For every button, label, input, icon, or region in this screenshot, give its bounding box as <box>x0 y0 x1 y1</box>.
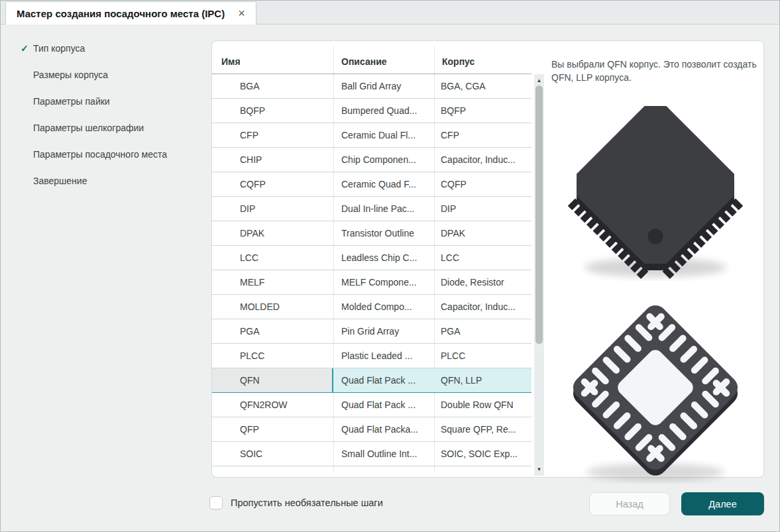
cell-package: QFN, LLP <box>434 368 531 392</box>
table-row[interactable]: PLCCPlastic Leaded ...PLCC <box>212 344 531 368</box>
table-row[interactable]: SOICSmall Outline Int...SOIC, SOIC Exp..… <box>212 442 531 466</box>
cell-name: MELF <box>212 270 333 294</box>
wizard-steps: ✓Тип корпусаРазмеры корпусаПараметры пай… <box>21 35 167 194</box>
cell-name: BQFP <box>212 99 333 123</box>
cell-description: Ceramic Dual Fl... <box>333 123 434 147</box>
cell-package: PLCC <box>434 344 531 368</box>
cell-name: BGA <box>212 74 333 98</box>
wizard-step-1[interactable]: ✓Тип корпуса <box>21 35 167 62</box>
cell-package: Double Row QFN <box>434 393 531 417</box>
cell-package: Diode, Resistor <box>434 270 531 294</box>
tab-bar: Мастер создания посадочного места (IPC) … <box>1 1 779 25</box>
cell-package: Capacitor, Induc... <box>434 148 531 172</box>
table-row[interactable]: MELFMELF Compone...Diode, Resistor <box>212 270 531 295</box>
cell-description: Quad Flat Packa... <box>333 417 434 441</box>
cell-description: MELF Compone... <box>333 270 434 294</box>
scrollbar-thumb[interactable] <box>535 85 543 344</box>
cell-package: DPAK <box>434 221 531 245</box>
cell-name: SOIC <box>212 442 333 466</box>
column-header-description[interactable]: Описание <box>333 56 434 67</box>
column-header-name[interactable]: Имя <box>212 56 333 67</box>
table-row[interactable]: QFPQuad Flat Packa...Square QFP, Re... <box>212 417 531 442</box>
column-header-package[interactable]: Корпус <box>434 56 531 67</box>
cell-name: CQFP <box>212 172 333 196</box>
cell-description: Bumpered Quad... <box>333 99 434 123</box>
wizard-step-4[interactable]: Параметры шелкографии <box>21 115 167 141</box>
cell-name: DIP <box>212 197 333 221</box>
qfn-top-view-image <box>559 89 752 281</box>
cell-name: QFP <box>212 417 333 441</box>
table-scrollbar[interactable]: ▲ ▼ <box>534 74 544 476</box>
cell-package: Capacitor, Induc... <box>434 295 531 319</box>
selection-preview: Вы выбрали QFN корпус. Это позволит созд… <box>551 41 759 477</box>
wizard-step-6[interactable]: Завершение <box>21 168 167 194</box>
table-row[interactable]: BGABall Grid ArrayBGA, CGA <box>212 74 531 99</box>
cell-package: CFP <box>434 123 531 147</box>
table-rows: BGABall Grid ArrayBGA, CGABQFPBumpered Q… <box>212 74 531 466</box>
cell-description: Ball Grid Array <box>333 74 434 98</box>
wizard-step-label: Тип корпуса <box>33 43 85 54</box>
check-icon: ✓ <box>21 43 33 54</box>
tab-title: Мастер создания посадочного места (IPC) <box>17 8 225 19</box>
package-type-table: Имя Описание Корпус BGABall Grid ArrayBG… <box>212 41 531 477</box>
table-row[interactable]: CHIPChip Componen...Capacitor, Induc... <box>212 148 531 172</box>
scroll-up-icon[interactable]: ▲ <box>534 78 544 83</box>
cell-description: Pin Grid Array <box>333 319 434 343</box>
table-row[interactable]: DIPDual In-line Pac...DIP <box>212 197 531 221</box>
wizard-step-label: Размеры корпуса <box>33 70 108 80</box>
selection-description: Вы выбрали QFN корпус. Это позволит созд… <box>551 58 770 85</box>
cell-package: CQFP <box>434 172 531 196</box>
cell-description: Chip Componen... <box>333 148 434 172</box>
cell-package: BGA, CGA <box>434 74 531 98</box>
table-row[interactable]: LCCLeadless Chip C...LCC <box>212 246 531 270</box>
table-row[interactable]: PGAPin Grid ArrayPGA <box>212 319 531 344</box>
skip-optional-steps-label: Пропустить необязательные шаги <box>231 498 383 508</box>
cell-name: MOLDED <box>212 295 333 319</box>
cell-name: PGA <box>212 319 333 343</box>
table-row[interactable]: CQFPCeramic Quad F...CQFP <box>212 172 531 197</box>
wizard-step-label: Параметры пайки <box>33 96 110 107</box>
table-row[interactable]: QFNQuad Flat Pack ...QFN, LLP <box>212 368 531 393</box>
cell-description: Dual In-line Pac... <box>333 197 434 221</box>
wizard-step-label: Параметры шелкографии <box>33 123 144 133</box>
cell-package: DIP <box>434 197 531 221</box>
cell-name: PLCC <box>212 344 333 368</box>
cell-name: LCC <box>212 246 333 270</box>
cell-name: DPAK <box>212 221 333 245</box>
cell-description: Molded Compo... <box>333 295 434 319</box>
back-button[interactable]: Назад <box>589 492 670 515</box>
table-row[interactable]: CFPCeramic Dual Fl...CFP <box>212 123 531 148</box>
scroll-down-icon[interactable]: ▼ <box>534 466 544 472</box>
content-panel: Имя Описание Корпус BGABall Grid ArrayBG… <box>211 40 764 478</box>
table-row[interactable]: QFN2ROWQuad Flat Pack ...Double Row QFN <box>212 393 531 417</box>
next-button[interactable]: Далее <box>681 492 764 515</box>
cell-description: Transistor Outline <box>333 221 434 245</box>
skip-optional-steps-checkbox[interactable] <box>209 496 223 509</box>
wizard-body: ✓Тип корпусаРазмеры корпусаПараметры пай… <box>1 25 779 531</box>
table-row[interactable]: MOLDEDMolded Compo...Capacitor, Induc... <box>212 295 531 319</box>
table-row[interactable]: DPAKTransistor OutlineDPAK <box>212 221 531 246</box>
cell-description: Ceramic Quad F... <box>333 172 434 196</box>
cell-description: Leadless Chip C... <box>333 246 434 270</box>
qfn-bottom-view-image <box>559 292 752 484</box>
cell-package: Square QFP, Re... <box>434 417 531 441</box>
wizard-step-3[interactable]: Параметры пайки <box>21 88 167 115</box>
wizard-step-2[interactable]: Размеры корпуса <box>21 62 167 88</box>
wizard-step-label: Параметры посадочного места <box>33 149 167 160</box>
table-row[interactable]: BQFPBumpered Quad...BQFP <box>212 99 531 123</box>
tab-footprint-wizard[interactable]: Мастер создания посадочного места (IPC) … <box>5 1 256 25</box>
cell-name: CHIP <box>212 148 333 172</box>
close-icon[interactable]: × <box>238 7 245 19</box>
cell-description: Small Outline Int... <box>333 442 434 466</box>
wizard-step-5[interactable]: Параметры посадочного места <box>21 141 167 168</box>
cell-package: LCC <box>434 246 531 270</box>
cell-description: Quad Flat Pack ... <box>333 393 434 417</box>
cell-description: Quad Flat Pack ... <box>333 368 434 392</box>
cell-package: BQFP <box>434 99 531 123</box>
cell-package: PGA <box>434 319 531 343</box>
cell-description: Plastic Leaded ... <box>333 344 434 368</box>
cell-name: QFN2ROW <box>212 393 333 417</box>
table-header: Имя Описание Корпус <box>212 41 531 74</box>
cell-name: CFP <box>212 123 333 147</box>
wizard-step-label: Завершение <box>33 176 87 186</box>
